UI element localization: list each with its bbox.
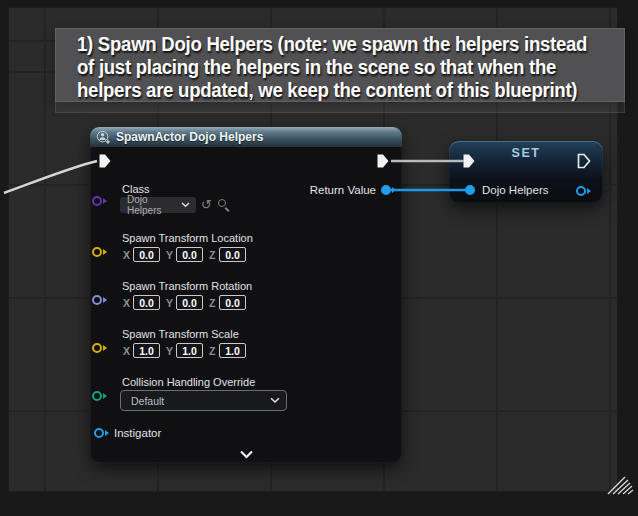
blueprint-editor: 1) Spawn Dojo Helpers (note: we spawn th…: [0, 0, 638, 516]
resize-grip-layer: [0, 0, 638, 516]
resize-grip[interactable]: [608, 477, 633, 494]
